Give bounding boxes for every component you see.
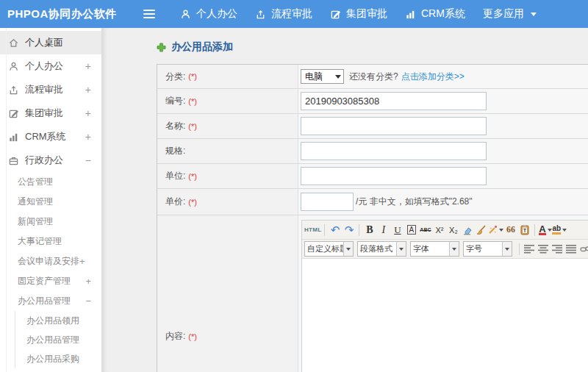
- home-icon: [7, 37, 19, 49]
- app-logo: PHPOA协同办公软件: [0, 7, 120, 21]
- expand-toggle[interactable]: +: [85, 131, 91, 143]
- code-input[interactable]: [301, 92, 487, 110]
- expand-toggle[interactable]: +: [85, 276, 91, 287]
- category-hint: 还没有分类?: [349, 71, 398, 83]
- dropdown-caret-icon: [396, 242, 406, 256]
- dropdown-caret-icon: [343, 242, 353, 256]
- nav-group-approval[interactable]: 集团审批: [330, 7, 387, 21]
- editor-content-area[interactable]: [302, 259, 588, 372]
- dropdown-caret-icon: [562, 229, 567, 232]
- expand-toggle[interactable]: +: [79, 256, 85, 267]
- hamburger-menu-icon[interactable]: [143, 10, 155, 18]
- page-title: 办公用品添加: [157, 40, 588, 54]
- char-border-button[interactable]: A: [404, 223, 418, 237]
- nav-more-apps[interactable]: 更多应用: [483, 7, 537, 21]
- underline-button[interactable]: U: [390, 223, 404, 237]
- nav-personal-office[interactable]: 个人办公: [180, 7, 237, 21]
- required-marker: (*): [188, 332, 197, 341]
- expand-toggle[interactable]: +: [85, 107, 91, 119]
- top-header: PHPOA协同办公软件 个人办公 流程审批 集团审批: [0, 0, 588, 28]
- required-marker: (*): [188, 172, 197, 181]
- sidebar-item-group-approval[interactable]: 集团审批 +: [0, 101, 101, 125]
- admin-office-submenu: 公告管理 通知管理 新闻管理 大事记管理 会议申请及安排+ 固定资产管理+ 办公…: [0, 172, 101, 368]
- category-select[interactable]: 电脑: [301, 69, 344, 84]
- format-painter-brush-icon[interactable]: [474, 223, 488, 237]
- font-family-dropdown[interactable]: 字体: [410, 241, 459, 257]
- strikethrough-button[interactable]: ABC: [418, 223, 432, 237]
- briefcase-icon: [7, 155, 19, 166]
- main-content: 办公用品添加 分类:(*) 电脑 还没有分类? 点击添加分类>>: [102, 28, 588, 372]
- remove-format-eraser-icon[interactable]: [460, 223, 474, 237]
- undo-icon[interactable]: ↶: [328, 223, 342, 237]
- align-right-icon[interactable]: [551, 242, 564, 257]
- sidebar-item-supplies-requisition[interactable]: 办公用品领用: [15, 311, 101, 330]
- blockquote-button[interactable]: 66: [503, 223, 517, 237]
- top-nav: 个人办公 流程审批 集团审批 CRM系统 更多应用: [180, 7, 537, 21]
- name-input[interactable]: [301, 117, 487, 135]
- upload-arrow-icon: [255, 9, 266, 20]
- sidebar-item-news-mgmt[interactable]: 新闻管理: [0, 212, 101, 232]
- required-marker: (*): [188, 122, 197, 131]
- custom-heading-dropdown[interactable]: 自定义标题: [304, 241, 354, 257]
- price-format-hint: /元 非中文，如填写格式"2.68": [356, 196, 473, 208]
- editor-toolbar-row2: 自定义标题 段落格式 字体: [302, 240, 588, 259]
- sidebar-item-fixed-assets-mgmt[interactable]: 固定资产管理+: [0, 271, 101, 291]
- italic-button[interactable]: I: [376, 223, 390, 237]
- sidebar-item-meeting-mgmt[interactable]: 会议申请及安排+: [0, 251, 101, 271]
- sidebar: 个人桌面 个人办公 + 流程审批 + 集团审批: [0, 28, 102, 372]
- collapse-toggle[interactable]: −: [85, 154, 91, 166]
- rich-text-editor: HTML ↶ ↷ B I U A ABC X²: [301, 220, 588, 372]
- auto-typeset-icon[interactable]: [488, 223, 503, 237]
- sidebar-item-office-supplies-mgmt[interactable]: 办公用品管理−: [0, 291, 101, 311]
- sidebar-item-personal-office[interactable]: 个人办公 +: [0, 54, 101, 78]
- chevron-down-icon: [531, 12, 537, 16]
- price-input[interactable]: [301, 193, 354, 211]
- sidebar-item-personal-desktop[interactable]: 个人桌面: [0, 31, 101, 54]
- collapse-toggle[interactable]: −: [85, 296, 91, 307]
- form-row-name: 名称:(*): [157, 114, 588, 139]
- align-justify-icon[interactable]: [564, 242, 578, 257]
- upload-arrow-icon: [7, 85, 19, 96]
- bar-chart-icon: [7, 132, 19, 143]
- html-source-button[interactable]: HTML: [304, 223, 321, 237]
- superscript-button[interactable]: X²: [432, 223, 446, 237]
- dropdown-caret-icon: [502, 242, 512, 256]
- sidebar-item-memorabilia-mgmt[interactable]: 大事记管理: [0, 232, 101, 251]
- sidebar-item-workflow-approval[interactable]: 流程审批 +: [0, 78, 101, 101]
- expand-toggle[interactable]: +: [85, 60, 91, 72]
- sidebar-item-supplies-management[interactable]: 办公用品管理: [15, 330, 101, 349]
- background-color-button[interactable]: ab: [552, 223, 567, 237]
- person-icon: [180, 9, 191, 20]
- sidebar-item-announcement-mgmt[interactable]: 公告管理: [0, 172, 101, 192]
- unit-input[interactable]: [301, 167, 487, 185]
- add-category-link[interactable]: 点击添加分类>>: [401, 71, 465, 83]
- sidebar-item-admin-office[interactable]: 行政办公 −: [0, 149, 101, 172]
- required-marker: (*): [188, 97, 197, 106]
- svg-text:T: T: [523, 228, 526, 233]
- add-plus-icon: [157, 43, 166, 52]
- align-left-icon[interactable]: [523, 242, 537, 257]
- redo-icon[interactable]: ↷: [342, 223, 356, 237]
- editor-toolbar-row1: HTML ↶ ↷ B I U A ABC X²: [302, 221, 588, 240]
- font-color-button[interactable]: A: [538, 223, 552, 237]
- paste-plain-text-icon[interactable]: T: [517, 223, 531, 237]
- form-row-code: 编号:(*): [157, 89, 588, 114]
- sidebar-item-crm-system[interactable]: CRM系统 +: [0, 125, 101, 149]
- app-window: PHPOA协同办公软件 个人办公 流程审批 集团审批: [0, 0, 588, 372]
- form-row-category: 分类:(*) 电脑 还没有分类? 点击添加分类>>: [157, 65, 588, 89]
- sidebar-item-supplies-purchase[interactable]: 办公用品采购: [15, 349, 101, 368]
- office-supplies-submenu: 办公用品领用 办公用品管理 办公用品采购: [15, 311, 101, 368]
- bold-button[interactable]: B: [362, 223, 376, 237]
- align-center-icon[interactable]: [537, 242, 551, 257]
- person-icon: [7, 61, 19, 72]
- bar-chart-icon: [405, 9, 416, 20]
- sidebar-item-notice-mgmt[interactable]: 通知管理: [0, 192, 101, 212]
- subscript-button[interactable]: X₂: [446, 223, 460, 237]
- spec-input[interactable]: [301, 142, 487, 160]
- font-size-dropdown[interactable]: 字号: [463, 241, 512, 257]
- nav-crm-system[interactable]: CRM系统: [405, 7, 465, 21]
- nav-workflow-approval[interactable]: 流程审批: [255, 7, 312, 21]
- expand-toggle[interactable]: +: [85, 84, 91, 96]
- hyperlink-icon[interactable]: [578, 242, 588, 257]
- paragraph-format-dropdown[interactable]: 段落格式: [357, 241, 406, 257]
